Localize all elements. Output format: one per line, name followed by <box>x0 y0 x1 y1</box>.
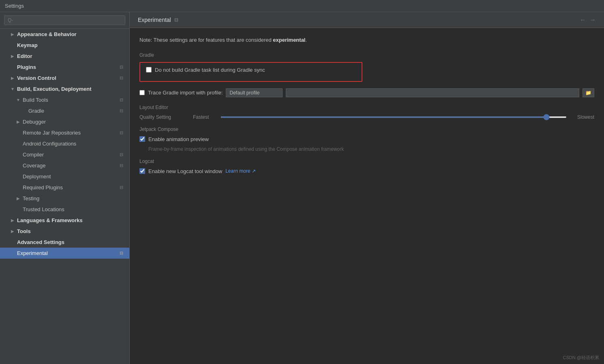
sidebar-item-label: Android Configurations <box>23 141 125 147</box>
sidebar-item-label: Trusted Locations <box>23 206 125 212</box>
sidebar-item-label: Editor <box>17 53 125 59</box>
watermark: CSDN @轻语积累 <box>563 355 599 361</box>
sidebar-item-label: Languages & Frameworks <box>17 217 125 223</box>
animation-description: Frame-by-frame inspection of animations … <box>148 146 594 152</box>
sidebar-item-trusted-locations[interactable]: Trusted Locations <box>0 204 129 215</box>
content-header: Experimental ⊟ ← → <box>130 12 604 28</box>
spacer <box>15 174 21 180</box>
spacer <box>10 251 15 256</box>
nav-back-arrow[interactable]: ← <box>580 16 586 24</box>
sidebar-item-label: Coverage <box>23 163 120 169</box>
enable-logcat-row: Enable new Logcat tool window Learn more… <box>139 168 594 174</box>
sidebar-item-keymap[interactable]: Keymap <box>0 40 129 51</box>
sidebar-item-languages[interactable]: ▶ Languages & Frameworks <box>0 215 129 226</box>
trace-row: Trace Gradle import with profile: Defaul… <box>139 88 594 97</box>
enable-animation-checkbox[interactable] <box>139 136 145 142</box>
content-body: Note: These settings are for features th… <box>130 28 604 364</box>
sidebar-item-label: Debugger <box>23 119 125 125</box>
chevron-right-icon: ▶ <box>10 229 15 234</box>
db-icon: ⊟ <box>120 75 125 81</box>
search-input[interactable] <box>4 15 125 25</box>
db-icon: ⊟ <box>120 185 125 191</box>
sidebar-item-gradle[interactable]: Gradle ⊟ <box>0 105 129 116</box>
trace-label-text: Trace Gradle import with profile: <box>148 90 223 96</box>
sidebar-item-label: Remote Jar Repositories <box>23 130 120 136</box>
sidebar-item-label: Gradle <box>28 108 120 114</box>
do-not-build-row: Do not build Gradle task list during Gra… <box>146 67 356 73</box>
sidebar-item-compiler[interactable]: Compiler ⊟ <box>0 149 129 160</box>
gradle-highlighted-box: Do not build Gradle task list during Gra… <box>139 62 362 82</box>
sidebar-item-editor[interactable]: ▶ Editor <box>0 51 129 62</box>
db-icon: ⊟ <box>120 251 125 256</box>
spacer <box>15 163 21 169</box>
learn-more-link[interactable]: Learn more ↗ <box>225 168 256 174</box>
spacer <box>10 64 15 70</box>
content-title-icon: ⊟ <box>174 17 178 23</box>
enable-logcat-label: Enable new Logcat tool window <box>148 168 222 174</box>
sidebar-item-testing[interactable]: ▶ Testing <box>0 193 129 204</box>
chevron-right-icon: ▶ <box>10 75 15 81</box>
sidebar-item-build-execution[interactable]: ▼ Build, Execution, Deployment <box>0 84 129 94</box>
db-icon: ⊟ <box>120 97 125 103</box>
sidebar-item-label: Advanced Settings <box>17 239 125 245</box>
sidebar-item-remote-jar[interactable]: Remote Jar Repositories ⊟ <box>0 127 129 138</box>
sidebar-item-debugger[interactable]: ▶ Debugger <box>0 116 129 127</box>
db-icon: ⊟ <box>120 152 125 158</box>
do-not-build-label: Do not build Gradle task list during Gra… <box>155 67 265 73</box>
chevron-down-icon: ▼ <box>15 97 21 103</box>
content-title: Experimental ⊟ <box>138 17 178 23</box>
spacer <box>15 152 21 158</box>
sidebar-item-experimental[interactable]: Experimental ⊟ <box>0 248 129 259</box>
do-not-build-checkbox[interactable] <box>146 67 152 73</box>
sidebar-item-label: Deployment <box>23 173 125 180</box>
jetpack-compose-section: Jetpack Compose Enable animation preview… <box>139 126 594 152</box>
sidebar-item-android-config[interactable]: Android Configurations <box>0 138 129 149</box>
sidebar-item-advanced-settings[interactable]: Advanced Settings <box>0 237 129 248</box>
chevron-right-icon: ▶ <box>10 32 15 37</box>
sidebar-item-coverage[interactable]: Coverage ⊟ <box>0 160 129 171</box>
db-icon: ⊟ <box>120 64 125 70</box>
quality-setting-label: Quality Setting <box>139 114 188 120</box>
profile-path-input[interactable] <box>286 88 579 97</box>
sidebar-item-deployment[interactable]: Deployment <box>0 171 129 182</box>
trace-checkbox[interactable] <box>139 90 145 95</box>
jetpack-compose-label: Jetpack Compose <box>139 126 594 132</box>
folder-browse-button[interactable]: 📁 <box>583 88 594 97</box>
sidebar-item-label: Testing <box>23 195 125 201</box>
title-bar: Settings <box>0 0 604 12</box>
quality-slider[interactable] <box>221 116 567 118</box>
db-icon: ⊟ <box>120 108 125 114</box>
enable-animation-row: Enable animation preview <box>139 136 594 142</box>
chevron-down-icon: ▼ <box>10 86 15 92</box>
nav-arrows: ← → <box>580 16 596 24</box>
sidebar-item-plugins[interactable]: Plugins ⊟ <box>0 62 129 73</box>
sidebar-item-tools[interactable]: ▶ Tools <box>0 226 129 237</box>
enable-logcat-checkbox[interactable] <box>139 168 145 174</box>
logcat-label: Logcat <box>139 158 594 164</box>
sidebar-item-label: Plugins <box>17 64 120 70</box>
enable-animation-label: Enable animation preview <box>148 136 209 142</box>
profile-dropdown[interactable]: Default profile <box>226 88 283 97</box>
sidebar-item-label: Appearance & Behavior <box>17 31 125 37</box>
sidebar-item-build-tools[interactable]: ▼ Build Tools ⊟ <box>0 94 129 105</box>
layout-editor-label: Layout Editor <box>139 105 594 110</box>
sidebar-item-appearance[interactable]: ▶ Appearance & Behavior <box>0 29 129 40</box>
sidebar-item-required-plugins[interactable]: Required Plugins ⊟ <box>0 182 129 193</box>
main-container: ▶ Appearance & Behavior Keymap ▶ Editor … <box>0 12 604 364</box>
gradle-section-label: Gradle <box>139 52 594 58</box>
sidebar-item-label: Tools <box>17 228 125 234</box>
db-icon: ⊟ <box>120 130 125 136</box>
profile-dropdown-container: Default profile <box>226 88 283 97</box>
quality-setting-row: Quality Setting Fastest Slowest <box>139 114 594 120</box>
sidebar-item-version-control[interactable]: ▶ Version Control ⊟ <box>0 73 129 84</box>
spacer <box>15 185 21 191</box>
spacer <box>21 108 27 114</box>
sidebar-item-label: Required Plugins <box>23 184 120 191</box>
sidebar-item-label: Keymap <box>17 42 125 48</box>
nav-forward-arrow[interactable]: → <box>589 16 596 24</box>
fastest-label: Fastest <box>193 114 217 120</box>
sidebar-item-label: Version Control <box>17 75 120 81</box>
spacer <box>10 43 15 48</box>
sidebar: ▶ Appearance & Behavior Keymap ▶ Editor … <box>0 12 130 364</box>
sidebar-item-label: Compiler <box>23 152 120 158</box>
